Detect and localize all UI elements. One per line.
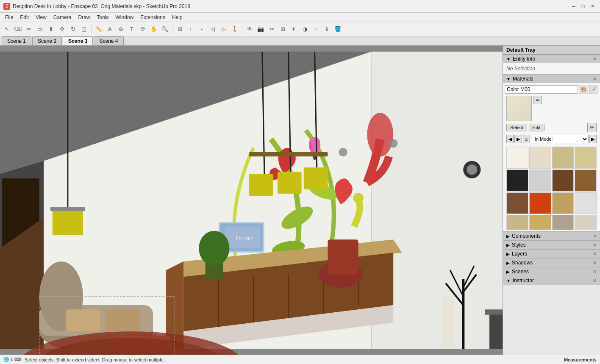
edit-btn[interactable]: Edit bbox=[529, 124, 544, 131]
material-pencil-btn[interactable]: ✏ bbox=[533, 96, 542, 104]
push-pull-button[interactable]: ⬆ bbox=[46, 24, 56, 34]
menu-item-tools[interactable]: Tools bbox=[94, 14, 112, 21]
layers-close[interactable]: ✕ bbox=[593, 251, 597, 257]
menu-item-draw[interactable]: Draw bbox=[75, 14, 94, 21]
entity-info-content: No Selection bbox=[503, 63, 600, 74]
layers-section[interactable]: ▶ Layers ✕ bbox=[503, 250, 600, 258]
fog-button[interactable]: ≡ bbox=[311, 24, 321, 34]
material-name-input[interactable] bbox=[505, 85, 578, 94]
look-around-button[interactable]: 👁 bbox=[244, 24, 255, 34]
position-camera-button[interactable]: 📷 bbox=[256, 24, 266, 34]
menu-item-help[interactable]: Help bbox=[169, 14, 186, 21]
mat-eyedrop-btn[interactable]: ✏ bbox=[587, 123, 597, 132]
move-button[interactable]: ✥ bbox=[57, 24, 67, 34]
mat-actions: Select Edit ✏ bbox=[505, 123, 598, 132]
entity-info-title: Entity Info bbox=[513, 56, 535, 62]
rectangle-button[interactable]: ▭ bbox=[35, 24, 45, 34]
zoom-in-button[interactable]: + bbox=[186, 24, 196, 34]
components-close[interactable]: ✕ bbox=[593, 233, 597, 239]
maximize-button[interactable]: □ bbox=[579, 2, 587, 11]
previous-view-button[interactable]: ◁ bbox=[208, 24, 218, 34]
scenes-close[interactable]: ✕ bbox=[593, 269, 597, 275]
eraser-button[interactable]: ⌫ bbox=[13, 24, 23, 34]
3d-text-button[interactable]: T bbox=[127, 24, 137, 34]
swatch-7[interactable] bbox=[552, 169, 574, 192]
axes-button[interactable]: ⊕ bbox=[116, 24, 126, 34]
entity-info-tb-button[interactable]: ℹ bbox=[322, 24, 332, 34]
svg-point-53 bbox=[339, 148, 347, 157]
add-section-button[interactable]: ⊞ bbox=[278, 24, 288, 34]
cross-section-button[interactable]: ✂ bbox=[267, 24, 277, 34]
shadows-close[interactable]: ✕ bbox=[593, 260, 597, 266]
entity-info-header[interactable]: ▼ Entity Info ✕ bbox=[503, 55, 600, 63]
rotate-button[interactable]: ↻ bbox=[68, 24, 78, 34]
offset-button[interactable]: ◫ bbox=[79, 24, 89, 34]
swatch-4[interactable] bbox=[575, 147, 597, 169]
scene-tab-scene-1[interactable]: Scene 1 bbox=[2, 36, 31, 45]
menu-item-extensions[interactable]: Extensions bbox=[137, 14, 169, 21]
color-picker-btn[interactable]: 🎨 bbox=[579, 85, 588, 94]
styles-icon-button[interactable]: ☀ bbox=[289, 24, 299, 34]
menu-item-camera[interactable]: Camera bbox=[50, 14, 75, 21]
material-preview bbox=[506, 96, 532, 121]
close-button[interactable]: ✕ bbox=[588, 2, 597, 11]
swatch-13[interactable] bbox=[506, 215, 528, 230]
swatch-3[interactable] bbox=[552, 147, 574, 169]
next-view-button[interactable]: ▷ bbox=[219, 24, 229, 34]
zoom-window-button[interactable]: 🔍 bbox=[160, 24, 170, 34]
swatch-12[interactable] bbox=[575, 192, 597, 214]
text-button[interactable]: A bbox=[105, 24, 115, 34]
menu-item-file[interactable]: File bbox=[2, 14, 17, 21]
menu-item-edit[interactable]: Edit bbox=[17, 14, 32, 21]
swatch-14[interactable] bbox=[529, 215, 551, 230]
menu-item-window[interactable]: Window bbox=[112, 14, 137, 21]
swatch-1[interactable] bbox=[506, 147, 528, 169]
minimize-button[interactable]: ─ bbox=[569, 2, 578, 11]
swatch-16[interactable] bbox=[575, 215, 597, 230]
swatch-6[interactable] bbox=[529, 169, 551, 192]
mat-arrow-btn[interactable]: ▶ bbox=[589, 135, 597, 143]
orbit-button[interactable]: ⟳ bbox=[138, 24, 148, 34]
mat-back-btn[interactable]: ◀ bbox=[506, 135, 514, 143]
zoom-out-button[interactable]: - bbox=[197, 24, 207, 34]
scene-tab-scene-3[interactable]: Scene 3 bbox=[63, 36, 93, 45]
select-button[interactable]: ↖ bbox=[2, 24, 12, 34]
sample-paint-btn[interactable]: 💉 bbox=[589, 85, 598, 94]
instructor-close[interactable]: ✕ bbox=[593, 278, 597, 283]
materials-close[interactable]: ✕ bbox=[593, 76, 597, 82]
components-label: Components bbox=[512, 233, 541, 239]
mat-dropdown[interactable]: In Model Colors Asphalt and Concrete Bri… bbox=[531, 135, 589, 143]
materials-title: Materials bbox=[513, 76, 533, 82]
styles-section[interactable]: ▶ Styles ✕ bbox=[503, 241, 600, 250]
mat-home-btn[interactable]: ⌂ bbox=[523, 135, 530, 143]
zoom-extents-button[interactable]: ⊞ bbox=[175, 24, 185, 34]
tape-button[interactable]: 📏 bbox=[94, 24, 104, 34]
pan-button[interactable]: ✋ bbox=[149, 24, 159, 34]
components-section[interactable]: ▶ Components ✕ bbox=[503, 232, 600, 241]
panel-scrollable[interactable]: ▼ Entity Info ✕ No Selection ▼ Materials… bbox=[503, 55, 600, 355]
scene-tab-scene-4[interactable]: Scene 4 bbox=[94, 36, 123, 45]
scene-tab-scene-2[interactable]: Scene 2 bbox=[32, 36, 62, 45]
materials-content: 🎨 💉 ✏ Select Ed bbox=[503, 83, 600, 231]
shadows-section[interactable]: ▶ Shadows ✕ bbox=[503, 258, 600, 267]
pencil-button[interactable]: ✏ bbox=[24, 24, 34, 34]
swatch-8[interactable] bbox=[575, 169, 597, 192]
swatch-15[interactable] bbox=[552, 215, 574, 230]
viewport[interactable]: Enscape bbox=[0, 46, 503, 355]
swatch-2[interactable] bbox=[529, 147, 551, 169]
swatch-5[interactable] bbox=[506, 169, 528, 192]
materials-header[interactable]: ▼ Materials ✕ bbox=[503, 75, 600, 83]
entity-info-close[interactable]: ✕ bbox=[593, 56, 597, 62]
instructor-section[interactable]: ▼ Instructor ✕ bbox=[503, 276, 600, 285]
shadows-icon-button[interactable]: ◑ bbox=[300, 24, 310, 34]
menu-item-view[interactable]: View bbox=[32, 14, 50, 21]
swatch-11[interactable] bbox=[552, 192, 574, 214]
scenes-section[interactable]: ▶ Scenes ✕ bbox=[503, 267, 600, 276]
walk-button[interactable]: 🚶 bbox=[230, 24, 240, 34]
select-btn[interactable]: Select bbox=[506, 124, 527, 131]
swatch-10[interactable] bbox=[529, 192, 551, 214]
mat-fwd-btn[interactable]: ▶ bbox=[514, 135, 522, 143]
swatch-9[interactable] bbox=[506, 192, 528, 214]
paint-bucket-button[interactable]: 🪣 bbox=[333, 24, 343, 34]
styles-close[interactable]: ✕ bbox=[593, 242, 597, 248]
